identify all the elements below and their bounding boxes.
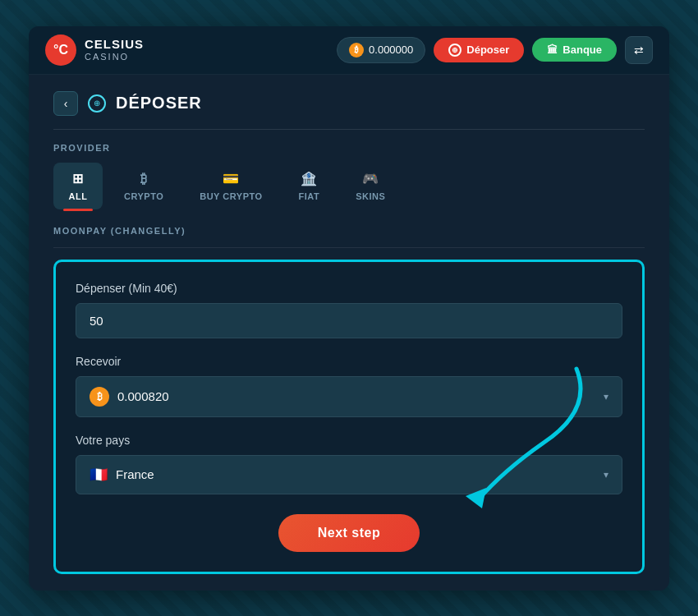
exchange-icon: ⇄ — [634, 44, 644, 57]
bank-icon: 🏛 — [547, 44, 558, 56]
next-step-button[interactable]: Next step — [278, 514, 420, 552]
page-title: DÉPOSER — [116, 94, 202, 113]
page-header: ‹ ⊕ DÉPOSER — [53, 91, 645, 130]
exchange-button[interactable]: ⇄ — [625, 36, 653, 64]
deposer-button[interactable]: ⊕ Déposer — [434, 38, 524, 62]
country-chevron-icon: ▾ — [604, 469, 608, 480]
country-value: France — [116, 467, 154, 481]
spend-label: Dépenser (Min 40€) — [76, 282, 622, 295]
tab-all-label: ALL — [69, 191, 88, 201]
header: °C CELSIUS CASINO ₿ 0.000000 ⊕ Déposer 🏛… — [29, 26, 669, 75]
back-icon: ‹ — [64, 97, 68, 110]
tab-skins-label: SKINS — [356, 191, 385, 201]
tab-fiat-icon: 🏦 — [299, 171, 319, 187]
tab-crypto-label: CRYPTO — [124, 191, 163, 201]
balance-value: 0.000000 — [369, 44, 413, 56]
country-group: Votre pays 🇫🇷 France ▾ — [76, 434, 622, 494]
banque-button[interactable]: 🏛 Banque — [532, 38, 617, 62]
country-select[interactable]: 🇫🇷 France ▾ — [76, 455, 622, 494]
receive-label: Recevoir — [76, 355, 622, 368]
france-flag-icon: 🇫🇷 — [90, 466, 108, 484]
tab-buy-crypto-label: BUY CRYPTO — [200, 191, 262, 201]
country-select-left: 🇫🇷 France — [90, 466, 154, 484]
casino-name-top: CELSIUS — [85, 37, 144, 52]
tab-all-icon: ⊞ — [68, 171, 88, 187]
tab-crypto[interactable]: ₿ CRYPTO — [109, 163, 178, 209]
provider-label: PROVIDER — [53, 143, 645, 153]
logo-area: °C CELSIUS CASINO — [45, 34, 144, 66]
receive-select[interactable]: ₿ 0.000820 ▾ — [76, 376, 622, 417]
app-window: °C CELSIUS CASINO ₿ 0.000000 ⊕ Déposer 🏛… — [29, 26, 669, 591]
tab-buy-crypto-icon: 💳 — [221, 171, 241, 187]
receive-chevron-icon: ▾ — [604, 391, 608, 402]
next-step-label: Next step — [318, 526, 381, 540]
tab-buy-crypto[interactable]: 💳 BUY CRYPTO — [185, 163, 277, 209]
back-button[interactable]: ‹ — [53, 91, 78, 116]
btc-icon-receive: ₿ — [90, 387, 109, 407]
tab-crypto-icon: ₿ — [134, 171, 154, 187]
deposer-title-icon: ⊕ — [88, 94, 106, 113]
tab-all[interactable]: ⊞ ALL — [53, 163, 103, 209]
receive-group: Recevoir ₿ 0.000820 ▾ — [76, 355, 622, 417]
moonpay-label: MOONPAY (CHANGELLY) — [53, 226, 645, 248]
header-right: ₿ 0.000000 ⊕ Déposer 🏛 Banque ⇄ — [337, 36, 653, 64]
spend-group: Dépenser (Min 40€) — [76, 282, 622, 338]
logo-icon: °C — [45, 34, 76, 66]
logo-text: CELSIUS CASINO — [85, 37, 144, 62]
spend-input[interactable] — [76, 303, 622, 338]
tab-skins[interactable]: 🎮 SKINS — [341, 163, 400, 209]
casino-name-bottom: CASINO — [85, 52, 144, 62]
receive-value: 0.000820 — [117, 389, 169, 403]
tab-fiat[interactable]: 🏦 FIAT — [284, 163, 335, 209]
form-container: Dépenser (Min 40€) Recevoir ₿ 0.000820 ▾… — [53, 260, 645, 574]
country-label: Votre pays — [76, 434, 622, 447]
tab-skins-icon: 🎮 — [360, 171, 380, 187]
tab-fiat-label: FIAT — [299, 191, 320, 201]
deposer-icon: ⊕ — [448, 44, 462, 57]
balance-pill: ₿ 0.000000 — [337, 37, 425, 63]
main-content: ‹ ⊕ DÉPOSER PROVIDER ⊞ ALL ₿ CRYPTO 💳 BU… — [29, 75, 669, 591]
provider-tabs: ⊞ ALL ₿ CRYPTO 💳 BUY CRYPTO 🏦 FIAT 🎮 SKI… — [53, 163, 645, 209]
receive-select-left: ₿ 0.000820 — [90, 387, 169, 407]
btc-icon-header: ₿ — [349, 43, 364, 57]
